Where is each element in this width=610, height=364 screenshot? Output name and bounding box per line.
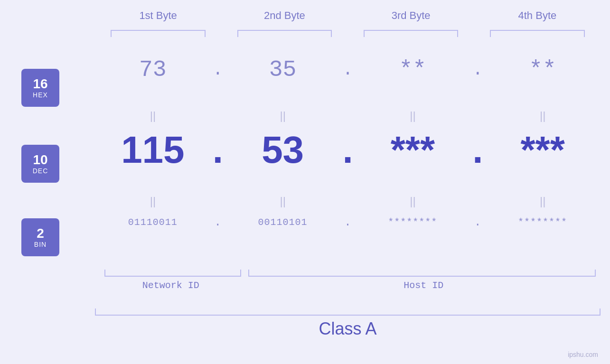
hex-row: 73 . 35 . ** . ** [95,57,601,83]
hex-badge-number: 16 [33,77,47,92]
bottom-brackets [95,270,601,277]
dec-badge-label: DEC [33,167,48,175]
hex-val-1: 73 [95,57,211,83]
dec-badge-number: 10 [33,153,47,168]
byte-header-2: 2nd Byte [221,9,347,22]
watermark: ipshu.com [568,351,598,358]
bin-badge-label: BIN [34,241,47,248]
hex-dot-1: . [211,60,225,80]
network-host-labels: Network ID Host ID [95,280,601,291]
bin-dot-2: . [341,216,355,229]
bin-val-3: ******** [355,217,471,228]
byte-header-4: 4th Byte [474,9,601,22]
bin-badge: 2 BIN [21,218,59,256]
host-bracket [248,270,596,277]
byte-header-1: 1st Byte [95,9,221,22]
network-id-label: Network ID [95,280,247,291]
dec-row: 115 . 53 . *** . *** [95,128,601,172]
bin-val-4: ******** [485,217,601,228]
hex-dot-3: . [470,60,485,80]
dec-dot-3: . [470,128,485,172]
hex-badge: 16 HEX [21,69,59,107]
bin-dot-1: . [211,216,225,229]
page-wrapper: 1st Byte 2nd Byte 3rd Byte 4th Byte 16 H… [0,0,610,364]
dec-dot-2: . [341,128,355,172]
dec-val-3: *** [355,128,471,172]
dec-val-1: 115 [95,128,211,172]
bin-dot-3: . [470,216,485,229]
network-bracket [104,270,241,277]
bin-val-1: 01110011 [95,217,211,228]
equals-row-1: || || || || [95,109,601,122]
hex-badge-label: HEX [33,91,48,99]
top-bracket-1 [95,30,221,37]
host-id-label: Host ID [247,280,601,291]
class-a-label: Class A [95,319,601,339]
top-bracket-3 [348,30,474,37]
bin-row: 01110011 . 00110101 . ******** . *******… [95,216,601,229]
byte-headers: 1st Byte 2nd Byte 3rd Byte 4th Byte [95,9,601,22]
dec-dot-1: . [211,128,225,172]
dec-val-4: *** [485,128,601,172]
hex-val-2: 35 [225,57,341,83]
top-brackets [95,28,601,37]
hex-val-3: ** [355,57,471,83]
bin-val-2: 00110101 [225,217,341,228]
class-bracket [95,308,601,316]
dec-val-2: 53 [225,128,341,172]
top-bracket-4 [474,30,601,37]
hex-dot-2: . [341,60,355,80]
bin-badge-number: 2 [37,226,44,241]
dec-badge: 10 DEC [21,145,59,183]
hex-val-4: ** [485,57,601,83]
equals-row-2: || || || || [95,195,601,208]
top-bracket-2 [221,30,347,37]
byte-header-3: 3rd Byte [348,9,474,22]
